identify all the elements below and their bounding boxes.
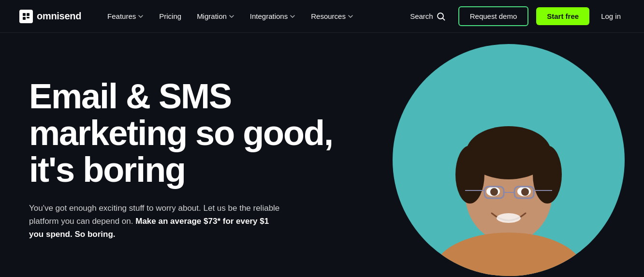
logo-link[interactable]: omnisend <box>19 10 81 23</box>
hero-image-area <box>373 33 644 277</box>
hero-title: Email & SMS marketing so good, it's bori… <box>29 78 338 188</box>
svg-point-10 <box>533 146 562 204</box>
nav-item-features[interactable]: Features <box>101 8 150 24</box>
svg-point-9 <box>455 146 484 204</box>
nav-links: Features Pricing Migration Integrations … <box>101 8 405 24</box>
search-icon <box>436 12 446 21</box>
logo-icon <box>19 10 33 23</box>
chevron-down-icon <box>138 14 144 19</box>
hero-circle <box>393 44 625 276</box>
chevron-down-icon <box>290 14 295 19</box>
nav-item-integrations[interactable]: Integrations <box>243 8 302 24</box>
nav-right: Search Request demo Start free Log in <box>405 6 625 26</box>
svg-point-14 <box>521 188 529 196</box>
svg-point-21 <box>434 233 584 276</box>
hero-content: Email & SMS marketing so good, it's bori… <box>29 69 338 241</box>
chevron-down-icon <box>229 14 234 19</box>
hero-subtitle: You've got enough exciting stuff to worr… <box>29 202 280 241</box>
search-button[interactable]: Search <box>405 9 451 24</box>
login-button[interactable]: Log in <box>597 8 625 24</box>
svg-point-20 <box>497 213 521 223</box>
svg-point-13 <box>490 188 498 196</box>
svg-point-4 <box>438 13 443 19</box>
svg-rect-0 <box>23 13 26 16</box>
hero-section: Email & SMS marketing so good, it's bori… <box>0 33 644 277</box>
svg-rect-3 <box>27 17 29 18</box>
chevron-down-icon <box>348 14 353 19</box>
request-demo-button[interactable]: Request demo <box>458 6 529 26</box>
brand-name: omnisend <box>37 11 81 22</box>
navbar: omnisend Features Pricing Migration Inte… <box>0 0 644 33</box>
nav-item-resources[interactable]: Resources <box>304 8 360 24</box>
svg-rect-2 <box>23 17 26 20</box>
nav-item-pricing[interactable]: Pricing <box>152 8 188 24</box>
hero-person-image <box>407 63 610 276</box>
start-free-button[interactable]: Start free <box>536 7 589 25</box>
svg-rect-1 <box>27 13 29 16</box>
nav-item-migration[interactable]: Migration <box>190 8 241 24</box>
